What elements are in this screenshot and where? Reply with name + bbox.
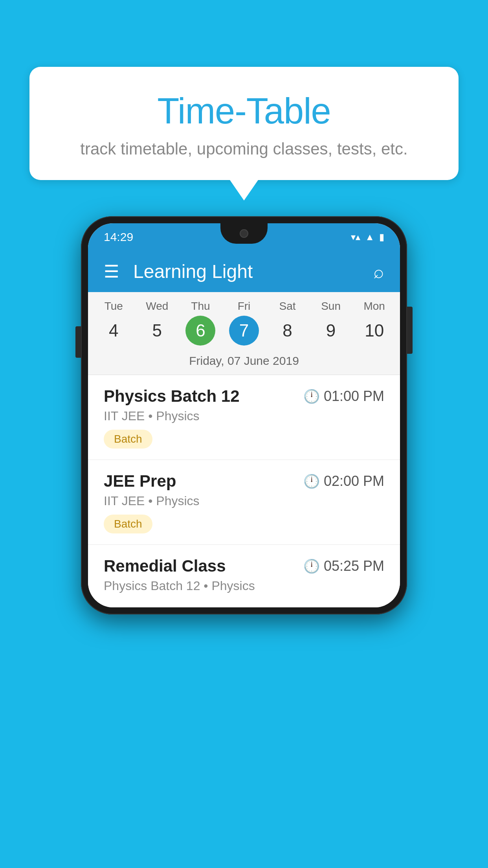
schedule-title-3: Remedial Class xyxy=(104,557,226,576)
day-name-mon: Mon xyxy=(363,300,385,313)
schedule-subtitle-2: IIT JEE • Physics xyxy=(104,494,384,508)
day-sun[interactable]: Sun 9 xyxy=(311,300,350,346)
status-time: 14:29 xyxy=(104,230,133,244)
camera-notch xyxy=(240,229,248,238)
day-mon[interactable]: Mon 10 xyxy=(355,300,394,346)
day-name-fri: Fri xyxy=(238,300,251,313)
search-icon[interactable]: ⌕ xyxy=(373,261,384,282)
day-name-sat: Sat xyxy=(279,300,296,313)
schedule-item-2-header: JEE Prep 🕛 02:00 PM xyxy=(104,472,384,491)
battery-icon: ▮ xyxy=(379,232,384,243)
app-header: ☰ Learning Light ⌕ xyxy=(88,251,400,292)
day-name-thu: Thu xyxy=(191,300,210,313)
day-num-sat: 8 xyxy=(273,316,303,346)
day-num-mon: 10 xyxy=(360,316,389,346)
day-wed[interactable]: Wed 5 xyxy=(138,300,177,346)
speech-bubble-subtitle: track timetable, upcoming classes, tests… xyxy=(45,140,443,158)
calendar-strip: Tue 4 Wed 5 Thu 6 Fri xyxy=(88,292,400,375)
day-name-sun: Sun xyxy=(321,300,341,313)
day-tue[interactable]: Tue 4 xyxy=(94,300,133,346)
status-icons: ▾▴ ▲ ▮ xyxy=(351,232,384,243)
day-num-sun: 9 xyxy=(316,316,346,346)
day-num-tue: 4 xyxy=(99,316,128,346)
selected-date-label: Friday, 07 June 2019 xyxy=(88,349,400,375)
hamburger-icon[interactable]: ☰ xyxy=(104,263,119,280)
signal-icon: ▲ xyxy=(365,232,374,243)
day-num-thu: 6 xyxy=(185,316,215,346)
phone-mockup: 14:29 ▾▴ ▲ ▮ ☰ Learning Light ⌕ xyxy=(81,216,407,614)
day-name-tue: Tue xyxy=(105,300,123,313)
schedule-item-2[interactable]: JEE Prep 🕛 02:00 PM IIT JEE • Physics Ba… xyxy=(88,460,400,545)
schedule-container: Physics Batch 12 🕛 01:00 PM IIT JEE • Ph… xyxy=(88,375,400,607)
schedule-item-3[interactable]: Remedial Class 🕛 05:25 PM Physics Batch … xyxy=(88,545,400,607)
phone-outer: 14:29 ▾▴ ▲ ▮ ☰ Learning Light ⌕ xyxy=(81,216,407,614)
schedule-item-3-header: Remedial Class 🕛 05:25 PM xyxy=(104,557,384,576)
day-name-wed: Wed xyxy=(146,300,168,313)
schedule-title-1: Physics Batch 12 xyxy=(104,387,240,406)
schedule-time-3: 🕛 05:25 PM xyxy=(303,558,384,574)
wifi-icon: ▾▴ xyxy=(351,232,360,243)
days-row: Tue 4 Wed 5 Thu 6 Fri xyxy=(88,300,400,346)
day-thu[interactable]: Thu 6 xyxy=(181,300,220,346)
speech-bubble-section: Time-Table track timetable, upcoming cla… xyxy=(29,67,459,180)
speech-bubble: Time-Table track timetable, upcoming cla… xyxy=(29,67,459,180)
batch-badge-1: Batch xyxy=(104,430,152,449)
day-sat[interactable]: Sat 8 xyxy=(268,300,307,346)
schedule-subtitle-3: Physics Batch 12 • Physics xyxy=(104,579,384,593)
day-num-fri: 7 xyxy=(229,316,259,346)
schedule-item-1[interactable]: Physics Batch 12 🕛 01:00 PM IIT JEE • Ph… xyxy=(88,375,400,460)
schedule-time-1: 🕛 01:00 PM xyxy=(303,388,384,405)
schedule-item-1-header: Physics Batch 12 🕛 01:00 PM xyxy=(104,387,384,406)
clock-icon-2: 🕛 xyxy=(303,473,320,489)
clock-icon-3: 🕛 xyxy=(303,558,320,574)
phone-screen: 14:29 ▾▴ ▲ ▮ ☰ Learning Light ⌕ xyxy=(88,223,400,607)
schedule-time-2: 🕛 02:00 PM xyxy=(303,473,384,489)
schedule-title-2: JEE Prep xyxy=(104,472,176,491)
clock-icon-1: 🕛 xyxy=(303,388,320,404)
notch xyxy=(220,223,268,244)
batch-badge-2: Batch xyxy=(104,515,152,533)
speech-bubble-title: Time-Table xyxy=(45,90,443,132)
day-num-wed: 5 xyxy=(142,316,172,346)
status-bar: 14:29 ▾▴ ▲ ▮ xyxy=(88,223,400,251)
schedule-subtitle-1: IIT JEE • Physics xyxy=(104,409,384,423)
app-title: Learning Light xyxy=(133,261,373,282)
day-fri[interactable]: Fri 7 xyxy=(224,300,264,346)
